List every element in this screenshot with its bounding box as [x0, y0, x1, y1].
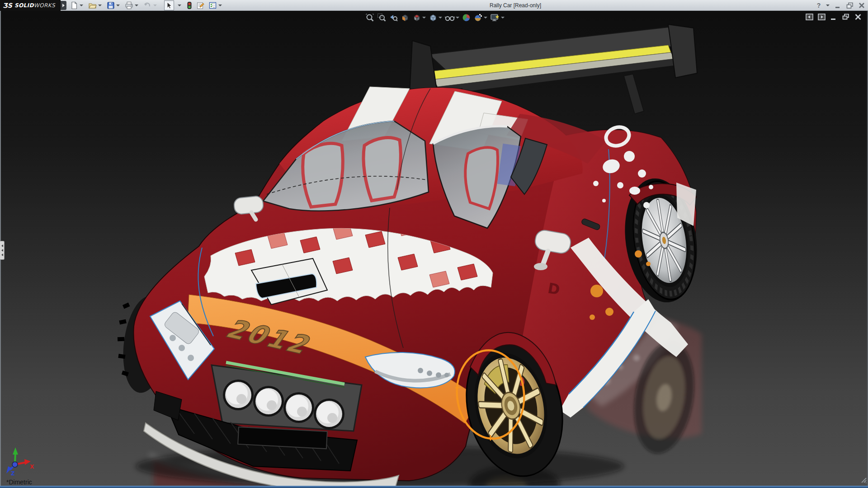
save-dropdown[interactable] — [116, 5, 120, 6]
view-orientation-icon — [412, 13, 421, 22]
options-icon — [208, 1, 217, 9]
open-button[interactable] — [87, 0, 104, 10]
feature-manager-collapsed-tab[interactable] — [0, 241, 5, 260]
titlebar[interactable]: ƷSSOLIDWORKS — [0, 0, 868, 11]
options-dropdown[interactable] — [218, 5, 222, 6]
zoom-to-area-button[interactable] — [377, 13, 386, 22]
triad-y-arrow — [13, 447, 18, 455]
undo-dropdown — [153, 5, 157, 6]
select-tool-flyout[interactable] — [175, 0, 184, 10]
menu-expand-arrow-icon[interactable] — [61, 1, 66, 10]
reference-triad: X Z — [6, 447, 34, 477]
minimize-document-button[interactable] — [830, 14, 837, 20]
apply-scene-button[interactable] — [474, 13, 487, 22]
view-orientation-label: *Dimetric — [6, 479, 32, 486]
display-style-button[interactable] — [429, 13, 442, 22]
save-floppy-icon — [107, 1, 115, 9]
close-document-button[interactable] — [854, 14, 862, 20]
select-cursor-icon — [165, 1, 173, 9]
new-document-icon — [70, 1, 78, 9]
view-orientation-button[interactable] — [412, 13, 426, 22]
traffic-light-rebuild-icon — [186, 1, 193, 9]
save-button[interactable] — [105, 0, 123, 10]
select-tool-button[interactable] — [164, 0, 174, 10]
rally-car-model[interactable]: 2012 — [0, 11, 868, 488]
display-style-icon — [429, 13, 438, 22]
graphics-area[interactable]: 2012 — [0, 11, 868, 488]
window-controls: ? — [816, 0, 866, 11]
hide-show-items-icon — [445, 13, 455, 22]
print-button[interactable] — [123, 0, 141, 10]
triad-z-label: Z — [11, 470, 15, 477]
options-button[interactable] — [207, 0, 225, 10]
bottom-accent-bar — [0, 486, 868, 488]
collapse-arrow-icon — [1, 253, 3, 256]
new-document-button[interactable] — [69, 0, 86, 10]
edit-appearance-button[interactable] — [462, 13, 471, 22]
previous-view-button[interactable] — [389, 13, 398, 22]
apply-scene-icon — [474, 13, 483, 22]
help-dropdown[interactable] — [826, 5, 830, 6]
standard-toolbar — [69, 0, 225, 11]
resize-grip[interactable] — [860, 476, 867, 485]
window-title: Rally Car [Read-only] — [490, 0, 541, 11]
zoom-to-fit-icon — [365, 13, 374, 22]
minimize-button[interactable] — [834, 1, 843, 10]
zoom-to-fit-button[interactable] — [365, 13, 374, 22]
undo-button[interactable] — [142, 0, 160, 10]
document-window-controls — [806, 14, 862, 20]
section-view-button[interactable] — [401, 13, 410, 22]
view-settings-button[interactable] — [490, 13, 505, 22]
hide-show-items-button[interactable] — [445, 13, 459, 22]
brand-name-bold: SOLID — [14, 2, 34, 9]
hide-show-items-dropdown[interactable] — [456, 17, 459, 19]
solidworks-logo: ƷSSOLIDWORKS — [0, 0, 61, 11]
open-dropdown[interactable] — [98, 5, 102, 6]
show-right-pane-button[interactable] — [818, 14, 826, 20]
file-properties-button[interactable] — [195, 0, 206, 10]
view-orientation-dropdown[interactable] — [422, 17, 426, 19]
rebuild-button[interactable] — [185, 0, 194, 10]
apply-scene-dropdown[interactable] — [484, 17, 487, 19]
restore-button[interactable] — [845, 1, 854, 10]
print-icon — [125, 1, 133, 9]
undo-icon — [143, 1, 152, 9]
collapse-arrow-icon — [1, 244, 3, 247]
section-view-icon — [401, 13, 410, 22]
open-folder-icon — [88, 1, 97, 9]
display-style-dropdown[interactable] — [439, 17, 442, 19]
view-settings-icon — [490, 13, 500, 22]
print-dropdown[interactable] — [135, 5, 138, 6]
edit-appearance-icon — [462, 13, 471, 22]
new-document-dropdown[interactable] — [80, 5, 83, 6]
triad-origin — [12, 462, 18, 467]
show-left-pane-button[interactable] — [806, 14, 813, 20]
zoom-to-area-icon — [377, 13, 386, 22]
close-button[interactable] — [857, 1, 866, 10]
brand-name-regular: WORKS — [34, 2, 55, 9]
solidworks-window: ƷSSOLIDWORKS — [0, 0, 868, 488]
help-button[interactable]: ? — [816, 2, 822, 9]
restore-document-button[interactable] — [842, 14, 850, 20]
file-properties-icon — [196, 1, 205, 9]
collapse-arrow-icon — [1, 249, 3, 252]
view-settings-dropdown[interactable] — [501, 17, 505, 19]
heads-up-view-toolbar — [365, 13, 505, 22]
triad-x-label: X — [30, 464, 34, 470]
previous-view-icon — [389, 13, 398, 22]
brand-mark: ƷS — [3, 2, 12, 9]
